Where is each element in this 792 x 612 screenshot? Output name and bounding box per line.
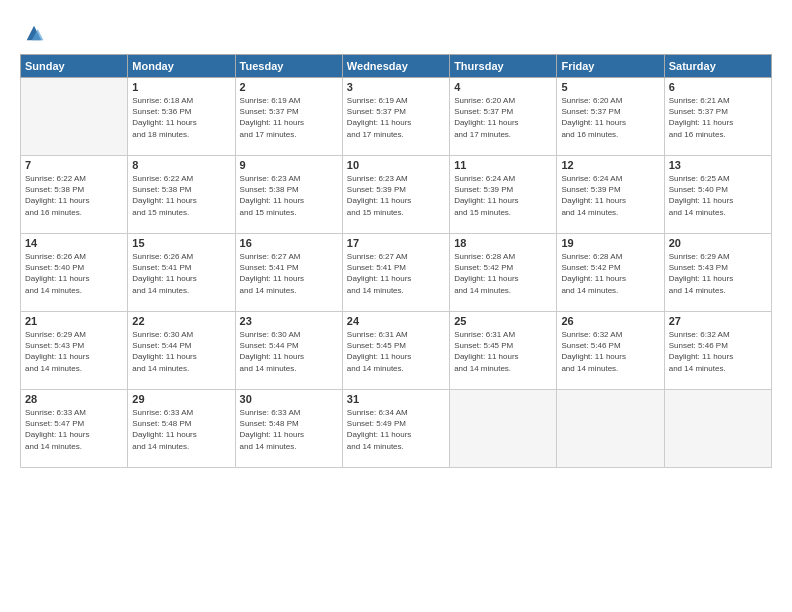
calendar-cell: 1Sunrise: 6:18 AM Sunset: 5:36 PM Daylig… <box>128 78 235 156</box>
calendar-cell <box>557 390 664 468</box>
day-info: Sunrise: 6:34 AM Sunset: 5:49 PM Dayligh… <box>347 407 445 452</box>
calendar-cell: 16Sunrise: 6:27 AM Sunset: 5:41 PM Dayli… <box>235 234 342 312</box>
day-number: 22 <box>132 315 230 327</box>
day-info: Sunrise: 6:33 AM Sunset: 5:48 PM Dayligh… <box>132 407 230 452</box>
day-info: Sunrise: 6:26 AM Sunset: 5:40 PM Dayligh… <box>25 251 123 296</box>
day-info: Sunrise: 6:32 AM Sunset: 5:46 PM Dayligh… <box>669 329 767 374</box>
day-info: Sunrise: 6:31 AM Sunset: 5:45 PM Dayligh… <box>347 329 445 374</box>
week-row-2: 7Sunrise: 6:22 AM Sunset: 5:38 PM Daylig… <box>21 156 772 234</box>
day-number: 3 <box>347 81 445 93</box>
weekday-header-friday: Friday <box>557 55 664 78</box>
day-number: 19 <box>561 237 659 249</box>
calendar-cell: 22Sunrise: 6:30 AM Sunset: 5:44 PM Dayli… <box>128 312 235 390</box>
day-number: 15 <box>132 237 230 249</box>
day-info: Sunrise: 6:24 AM Sunset: 5:39 PM Dayligh… <box>561 173 659 218</box>
calendar-cell: 23Sunrise: 6:30 AM Sunset: 5:44 PM Dayli… <box>235 312 342 390</box>
calendar-cell: 31Sunrise: 6:34 AM Sunset: 5:49 PM Dayli… <box>342 390 449 468</box>
weekday-header-monday: Monday <box>128 55 235 78</box>
week-row-4: 21Sunrise: 6:29 AM Sunset: 5:43 PM Dayli… <box>21 312 772 390</box>
day-info: Sunrise: 6:32 AM Sunset: 5:46 PM Dayligh… <box>561 329 659 374</box>
logo-icon <box>23 22 45 44</box>
day-number: 8 <box>132 159 230 171</box>
calendar-cell: 30Sunrise: 6:33 AM Sunset: 5:48 PM Dayli… <box>235 390 342 468</box>
calendar-cell: 8Sunrise: 6:22 AM Sunset: 5:38 PM Daylig… <box>128 156 235 234</box>
day-number: 16 <box>240 237 338 249</box>
day-number: 28 <box>25 393 123 405</box>
day-info: Sunrise: 6:24 AM Sunset: 5:39 PM Dayligh… <box>454 173 552 218</box>
calendar-cell: 21Sunrise: 6:29 AM Sunset: 5:43 PM Dayli… <box>21 312 128 390</box>
calendar-cell: 14Sunrise: 6:26 AM Sunset: 5:40 PM Dayli… <box>21 234 128 312</box>
day-number: 7 <box>25 159 123 171</box>
day-number: 29 <box>132 393 230 405</box>
calendar-cell: 19Sunrise: 6:28 AM Sunset: 5:42 PM Dayli… <box>557 234 664 312</box>
calendar-cell: 7Sunrise: 6:22 AM Sunset: 5:38 PM Daylig… <box>21 156 128 234</box>
day-number: 24 <box>347 315 445 327</box>
calendar-cell <box>664 390 771 468</box>
calendar-table: SundayMondayTuesdayWednesdayThursdayFrid… <box>20 54 772 468</box>
day-number: 9 <box>240 159 338 171</box>
day-number: 26 <box>561 315 659 327</box>
weekday-header-tuesday: Tuesday <box>235 55 342 78</box>
calendar-cell: 3Sunrise: 6:19 AM Sunset: 5:37 PM Daylig… <box>342 78 449 156</box>
day-info: Sunrise: 6:33 AM Sunset: 5:48 PM Dayligh… <box>240 407 338 452</box>
day-info: Sunrise: 6:19 AM Sunset: 5:37 PM Dayligh… <box>240 95 338 140</box>
day-number: 25 <box>454 315 552 327</box>
day-number: 10 <box>347 159 445 171</box>
day-number: 18 <box>454 237 552 249</box>
calendar-cell: 15Sunrise: 6:26 AM Sunset: 5:41 PM Dayli… <box>128 234 235 312</box>
day-info: Sunrise: 6:23 AM Sunset: 5:39 PM Dayligh… <box>347 173 445 218</box>
day-number: 21 <box>25 315 123 327</box>
day-number: 13 <box>669 159 767 171</box>
day-info: Sunrise: 6:29 AM Sunset: 5:43 PM Dayligh… <box>669 251 767 296</box>
weekday-header-saturday: Saturday <box>664 55 771 78</box>
day-info: Sunrise: 6:31 AM Sunset: 5:45 PM Dayligh… <box>454 329 552 374</box>
day-info: Sunrise: 6:30 AM Sunset: 5:44 PM Dayligh… <box>240 329 338 374</box>
week-row-3: 14Sunrise: 6:26 AM Sunset: 5:40 PM Dayli… <box>21 234 772 312</box>
calendar-cell: 17Sunrise: 6:27 AM Sunset: 5:41 PM Dayli… <box>342 234 449 312</box>
weekday-header-row: SundayMondayTuesdayWednesdayThursdayFrid… <box>21 55 772 78</box>
calendar-cell: 29Sunrise: 6:33 AM Sunset: 5:48 PM Dayli… <box>128 390 235 468</box>
calendar-cell: 5Sunrise: 6:20 AM Sunset: 5:37 PM Daylig… <box>557 78 664 156</box>
calendar-cell: 9Sunrise: 6:23 AM Sunset: 5:38 PM Daylig… <box>235 156 342 234</box>
day-info: Sunrise: 6:20 AM Sunset: 5:37 PM Dayligh… <box>561 95 659 140</box>
day-number: 23 <box>240 315 338 327</box>
day-number: 4 <box>454 81 552 93</box>
calendar-cell: 20Sunrise: 6:29 AM Sunset: 5:43 PM Dayli… <box>664 234 771 312</box>
day-info: Sunrise: 6:19 AM Sunset: 5:37 PM Dayligh… <box>347 95 445 140</box>
calendar-cell: 18Sunrise: 6:28 AM Sunset: 5:42 PM Dayli… <box>450 234 557 312</box>
day-number: 30 <box>240 393 338 405</box>
calendar-cell: 6Sunrise: 6:21 AM Sunset: 5:37 PM Daylig… <box>664 78 771 156</box>
day-number: 14 <box>25 237 123 249</box>
day-info: Sunrise: 6:28 AM Sunset: 5:42 PM Dayligh… <box>561 251 659 296</box>
calendar-cell: 10Sunrise: 6:23 AM Sunset: 5:39 PM Dayli… <box>342 156 449 234</box>
week-row-1: 1Sunrise: 6:18 AM Sunset: 5:36 PM Daylig… <box>21 78 772 156</box>
weekday-header-thursday: Thursday <box>450 55 557 78</box>
day-number: 20 <box>669 237 767 249</box>
day-number: 12 <box>561 159 659 171</box>
day-info: Sunrise: 6:27 AM Sunset: 5:41 PM Dayligh… <box>240 251 338 296</box>
day-number: 2 <box>240 81 338 93</box>
day-number: 17 <box>347 237 445 249</box>
calendar-cell: 24Sunrise: 6:31 AM Sunset: 5:45 PM Dayli… <box>342 312 449 390</box>
day-info: Sunrise: 6:21 AM Sunset: 5:37 PM Dayligh… <box>669 95 767 140</box>
day-number: 5 <box>561 81 659 93</box>
weekday-header-wednesday: Wednesday <box>342 55 449 78</box>
day-info: Sunrise: 6:26 AM Sunset: 5:41 PM Dayligh… <box>132 251 230 296</box>
day-info: Sunrise: 6:22 AM Sunset: 5:38 PM Dayligh… <box>132 173 230 218</box>
calendar-cell: 4Sunrise: 6:20 AM Sunset: 5:37 PM Daylig… <box>450 78 557 156</box>
calendar-cell <box>21 78 128 156</box>
weekday-header-sunday: Sunday <box>21 55 128 78</box>
calendar-cell: 27Sunrise: 6:32 AM Sunset: 5:46 PM Dayli… <box>664 312 771 390</box>
calendar-cell: 28Sunrise: 6:33 AM Sunset: 5:47 PM Dayli… <box>21 390 128 468</box>
calendar-cell: 25Sunrise: 6:31 AM Sunset: 5:45 PM Dayli… <box>450 312 557 390</box>
day-number: 27 <box>669 315 767 327</box>
day-info: Sunrise: 6:18 AM Sunset: 5:36 PM Dayligh… <box>132 95 230 140</box>
day-info: Sunrise: 6:30 AM Sunset: 5:44 PM Dayligh… <box>132 329 230 374</box>
calendar-cell: 2Sunrise: 6:19 AM Sunset: 5:37 PM Daylig… <box>235 78 342 156</box>
calendar-cell: 12Sunrise: 6:24 AM Sunset: 5:39 PM Dayli… <box>557 156 664 234</box>
calendar-cell <box>450 390 557 468</box>
day-info: Sunrise: 6:23 AM Sunset: 5:38 PM Dayligh… <box>240 173 338 218</box>
day-number: 11 <box>454 159 552 171</box>
page: SundayMondayTuesdayWednesdayThursdayFrid… <box>0 0 792 612</box>
day-info: Sunrise: 6:33 AM Sunset: 5:47 PM Dayligh… <box>25 407 123 452</box>
